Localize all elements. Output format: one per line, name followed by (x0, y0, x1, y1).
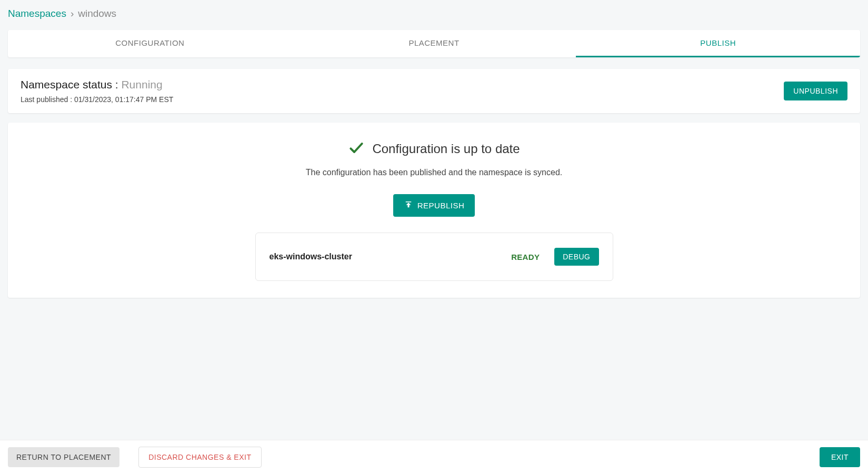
config-up-to-date-subtitle: The configuration has been published and… (306, 168, 562, 177)
check-icon (348, 139, 365, 158)
last-published-value: 01/31/2023, 01:17:47 PM EST (74, 95, 173, 104)
tab-placement[interactable]: PLACEMENT (292, 30, 576, 57)
tab-configuration[interactable]: CONFIGURATION (8, 30, 292, 57)
publish-icon (404, 200, 413, 211)
republish-wrap: REPUBLISH (393, 194, 475, 217)
cluster-name: eks-windows-cluster (270, 252, 352, 261)
config-status-row: Configuration is up to date (348, 139, 520, 158)
unpublish-button[interactable]: UNPUBLISH (784, 82, 847, 100)
breadcrumb-root-link[interactable]: Namespaces (8, 8, 66, 19)
breadcrumb-current: windows (78, 8, 116, 19)
tabs-container: CONFIGURATION PLACEMENT PUBLISH (8, 30, 860, 57)
namespace-status-value: Running (121, 78, 162, 90)
debug-button[interactable]: DEBUG (554, 248, 598, 266)
footer-left: RETURN TO PLACEMENT DISCARD CHANGES & EX… (8, 447, 262, 468)
exit-button[interactable]: EXIT (820, 447, 860, 467)
discard-changes-button[interactable]: DISCARD CHANGES & EXIT (138, 447, 261, 468)
tab-publish[interactable]: PUBLISH (576, 30, 860, 57)
namespace-status-card: Namespace status : Running Last publishe… (8, 69, 860, 113)
namespace-status-label: Namespace status : (21, 78, 121, 90)
namespace-status-title: Namespace status : Running (21, 78, 173, 91)
cluster-card: eks-windows-cluster READY DEBUG (255, 233, 613, 281)
breadcrumb-separator: › (71, 8, 74, 19)
return-to-placement-button[interactable]: RETURN TO PLACEMENT (8, 447, 119, 467)
cluster-right: READY DEBUG (511, 248, 598, 266)
breadcrumb: Namespaces › windows (8, 8, 860, 19)
republish-label: REPUBLISH (417, 201, 465, 210)
status-info: Namespace status : Running Last publishe… (21, 78, 173, 104)
last-published-prefix: Last published : (21, 95, 74, 104)
last-published: Last published : 01/31/2023, 01:17:47 PM… (21, 95, 173, 104)
cluster-status: READY (511, 253, 540, 261)
republish-button[interactable]: REPUBLISH (393, 194, 475, 217)
publish-main-card: Configuration is up to date The configur… (8, 123, 860, 298)
footer-bar: RETURN TO PLACEMENT DISCARD CHANGES & EX… (0, 440, 868, 474)
config-up-to-date-title: Configuration is up to date (372, 142, 520, 156)
